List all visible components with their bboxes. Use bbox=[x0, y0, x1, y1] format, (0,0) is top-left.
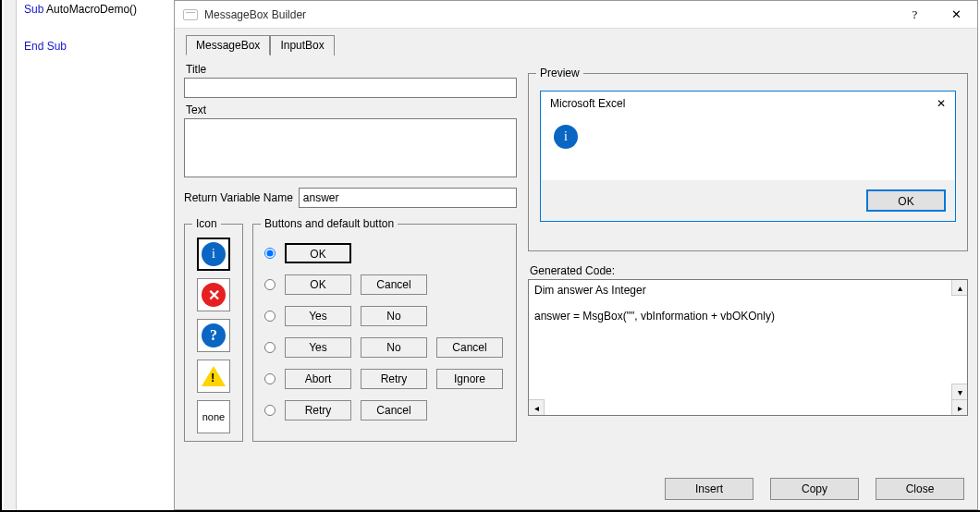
radio-yes-no[interactable] bbox=[264, 311, 276, 322]
button-no[interactable]: No bbox=[361, 337, 427, 358]
button-abort[interactable]: Abort bbox=[285, 369, 351, 389]
preview-panel: Preview Microsoft Excel ✕ i OK bbox=[528, 57, 968, 442]
button-row-retry-cancel: Retry Cancel bbox=[264, 400, 505, 421]
dialog-body: MessageBox InputBox Title Text Return Va… bbox=[175, 29, 977, 509]
close-dialog-button[interactable]: Close bbox=[876, 478, 964, 500]
scroll-up-icon[interactable]: ▴ bbox=[951, 280, 967, 296]
error-icon: ✕ bbox=[202, 283, 226, 307]
messagebox-builder-dialog: MessageBox Builder ? ✕ MessageBox InputB… bbox=[174, 0, 978, 510]
text-input[interactable] bbox=[184, 118, 517, 177]
warning-icon bbox=[202, 366, 226, 386]
info-icon: i bbox=[202, 242, 226, 266]
button-retry[interactable]: Retry bbox=[285, 400, 351, 421]
preview-msgbox: Microsoft Excel ✕ i OK bbox=[540, 91, 956, 222]
radio-ok[interactable] bbox=[264, 248, 276, 259]
tab-inputbox[interactable]: InputBox bbox=[270, 35, 334, 55]
code-line: End Sub bbox=[24, 37, 176, 55]
radio-yes-no-cancel[interactable] bbox=[264, 342, 276, 353]
gencode-label: Generated Code: bbox=[530, 264, 968, 277]
code-text: AutoMacroDemo() bbox=[43, 3, 137, 16]
preview-titlebar: Microsoft Excel ✕ bbox=[541, 91, 955, 116]
buttons-group: Buttons and default button OK OK Cancel bbox=[252, 217, 517, 442]
copy-button[interactable]: Copy bbox=[770, 478, 859, 500]
button-row-yes-no-cancel: Yes No Cancel bbox=[264, 337, 505, 358]
preview-close-icon[interactable]: ✕ bbox=[937, 97, 946, 110]
envelope-icon bbox=[183, 9, 198, 20]
question-icon: ? bbox=[202, 323, 226, 347]
keyword: Sub bbox=[24, 3, 43, 16]
button-row-ok-cancel: OK Cancel bbox=[264, 274, 505, 295]
title-input[interactable] bbox=[184, 78, 517, 98]
gencode-text[interactable]: Dim answer As Integer answer = MsgBox(""… bbox=[529, 280, 967, 326]
icon-legend: Icon bbox=[192, 217, 221, 230]
button-ignore[interactable]: Ignore bbox=[436, 369, 503, 389]
icon-choice-error[interactable]: ✕ bbox=[197, 278, 230, 311]
icon-choice-info[interactable]: i bbox=[197, 238, 230, 271]
text-label: Text bbox=[186, 104, 517, 116]
button-row-abort-retry-ignore: Abort Retry Ignore bbox=[264, 369, 505, 389]
close-button[interactable]: ✕ bbox=[936, 1, 977, 28]
buttons-legend: Buttons and default button bbox=[261, 217, 398, 230]
button-row-ok: OK bbox=[264, 243, 505, 263]
dialog-title: MessageBox Builder bbox=[204, 8, 894, 21]
preview-button-bar: OK bbox=[541, 180, 955, 221]
icon-group: Icon i ✕ ? none bbox=[184, 217, 243, 442]
title-label: Title bbox=[186, 63, 517, 76]
config-panel: Title Text Return Variable Name Icon i ✕… bbox=[184, 57, 517, 442]
help-button[interactable]: ? bbox=[894, 1, 936, 28]
scroll-left-icon[interactable]: ◂ bbox=[529, 399, 545, 415]
preview-body: i bbox=[541, 116, 955, 180]
radio-ok-cancel[interactable] bbox=[264, 279, 276, 290]
button-cancel[interactable]: Cancel bbox=[361, 400, 427, 421]
return-var-label: Return Variable Name bbox=[184, 191, 293, 204]
return-var-input[interactable] bbox=[299, 188, 517, 208]
gencode-box: Dim answer As Integer answer = MsgBox(""… bbox=[528, 279, 968, 416]
button-cancel[interactable]: Cancel bbox=[436, 337, 503, 358]
code-gutter bbox=[4, 0, 17, 510]
preview-legend: Preview bbox=[536, 67, 583, 79]
tab-messagebox[interactable]: MessageBox bbox=[186, 35, 270, 55]
code-line: Sub AutoMacroDemo() bbox=[24, 0, 176, 18]
tab-strip: MessageBox InputBox bbox=[186, 34, 968, 55]
default-button-ok[interactable]: OK bbox=[285, 243, 351, 263]
dialog-footer: Insert Copy Close bbox=[665, 478, 964, 500]
scroll-right-icon[interactable]: ▸ bbox=[951, 399, 967, 415]
dialog-icon bbox=[182, 6, 199, 23]
keyword: End Sub bbox=[24, 40, 67, 53]
code-editor-pane: Sub AutoMacroDemo() End Sub bbox=[0, 0, 176, 510]
dialog-titlebar: MessageBox Builder ? ✕ bbox=[175, 1, 977, 29]
code-line bbox=[24, 18, 176, 37]
button-yes[interactable]: Yes bbox=[285, 306, 351, 326]
scroll-down-icon[interactable]: ▾ bbox=[951, 384, 967, 399]
icon-choice-warning[interactable] bbox=[197, 360, 230, 393]
preview-group: Preview Microsoft Excel ✕ i OK bbox=[528, 67, 968, 251]
button-row-yes-no: Yes No bbox=[264, 306, 505, 326]
icon-choice-question[interactable]: ? bbox=[197, 319, 230, 352]
button-cancel[interactable]: Cancel bbox=[361, 274, 427, 295]
button-ok[interactable]: OK bbox=[285, 274, 351, 295]
button-no[interactable]: No bbox=[361, 306, 427, 326]
preview-ok-button[interactable]: OK bbox=[866, 189, 946, 212]
radio-abort-retry-ignore[interactable] bbox=[264, 373, 276, 384]
insert-button[interactable]: Insert bbox=[665, 478, 753, 500]
preview-info-icon: i bbox=[554, 125, 578, 149]
preview-app-name: Microsoft Excel bbox=[550, 97, 625, 110]
radio-retry-cancel[interactable] bbox=[264, 405, 276, 416]
icon-choice-none[interactable]: none bbox=[197, 400, 230, 433]
button-yes[interactable]: Yes bbox=[285, 337, 351, 358]
button-retry[interactable]: Retry bbox=[361, 369, 427, 389]
